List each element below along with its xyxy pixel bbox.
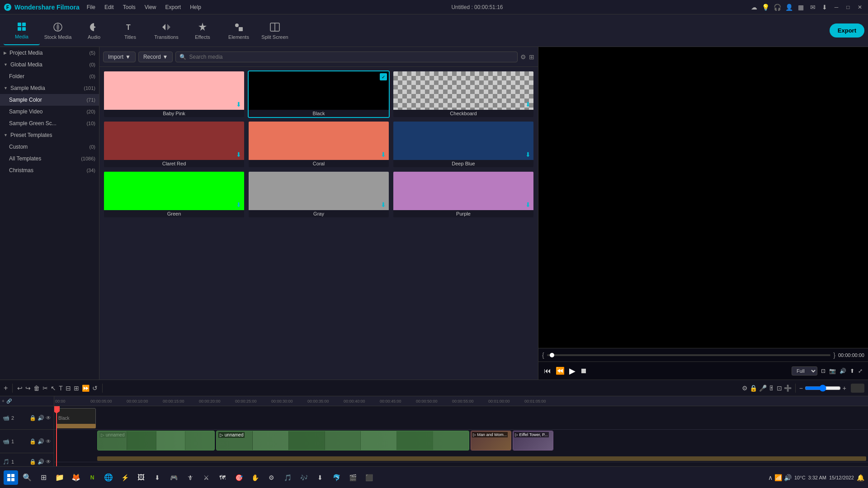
record-button[interactable]: Record ▼ <box>138 52 173 62</box>
photos-icon[interactable]: 🖼 <box>134 470 148 485</box>
link-icon[interactable]: 🔗 <box>6 399 12 404</box>
menu-file[interactable]: File <box>83 3 99 11</box>
tree-preset-templates[interactable]: ▼ Preset Templates <box>0 129 99 141</box>
split-clip-icon[interactable]: ⊡ <box>777 385 782 392</box>
import-button[interactable]: Import ▼ <box>103 52 136 62</box>
grid-toggle-icon[interactable]: ⊞ <box>529 53 534 61</box>
clock[interactable]: 3:32 AM <box>808 475 826 480</box>
media-card-checkboard[interactable]: ⬇ Checkboard <box>392 70 534 118</box>
screenshot-icon[interactable]: 📷 <box>829 368 836 374</box>
download-icon[interactable]: ⬇ <box>525 101 531 108</box>
zoom-select[interactable]: Full 50% 25% <box>792 366 817 375</box>
bracket-right-icon[interactable]: } <box>833 352 835 359</box>
toolbar-media[interactable]: Media <box>4 16 40 45</box>
text-tool-button[interactable]: T <box>59 385 63 392</box>
app-icon-4[interactable]: 🗡 <box>183 470 197 485</box>
explorer-icon[interactable]: 📁 <box>52 470 67 485</box>
delete-button[interactable]: 🗑 <box>33 385 40 392</box>
mail-icon[interactable]: ✉ <box>808 3 817 12</box>
cloud-icon[interactable]: ☁ <box>750 3 759 12</box>
media-card-coral[interactable]: ⬇ Coral <box>248 121 390 168</box>
volume-icon[interactable]: 🔊 <box>840 368 846 374</box>
tree-sample-color[interactable]: Sample Color (71) <box>0 94 99 106</box>
media-card-purple[interactable]: ⬇ Purple <box>392 171 534 218</box>
chevron-up-icon[interactable]: ∧ <box>768 474 773 481</box>
clip-man-woman[interactable]: ▷ Man and Wom... <box>471 431 511 450</box>
menu-edit[interactable]: Edit <box>101 3 118 11</box>
headset-icon[interactable]: 🎧 <box>773 3 782 12</box>
start-button[interactable] <box>4 470 18 485</box>
bracket-left-icon[interactable]: { <box>542 352 544 359</box>
eye-icon[interactable]: 👁 <box>46 415 51 421</box>
skip-back-button[interactable]: ⏮ <box>544 367 551 375</box>
download-icon[interactable]: ⬇ <box>381 151 386 158</box>
close-button[interactable]: ✕ <box>855 3 864 12</box>
grid-view-icon[interactable]: ▦ <box>797 3 806 12</box>
app-icon-1[interactable]: ⚡ <box>118 470 132 485</box>
app-icon-3[interactable]: 🎮 <box>166 470 181 485</box>
pointer-button[interactable]: ↖ <box>51 385 56 392</box>
settings-icon[interactable]: ⚙ <box>742 385 748 392</box>
app-icon-2[interactable]: ⬇ <box>150 470 165 485</box>
app-icon-13[interactable]: 🐬 <box>329 470 344 485</box>
app-icon-10[interactable]: 🎵 <box>280 470 295 485</box>
download-icon[interactable]: ⬇ <box>236 151 241 158</box>
taskview-button[interactable]: ⊞ <box>36 470 51 485</box>
media-card-claret-red[interactable]: ⬇ Claret Red <box>103 121 245 168</box>
download-icon[interactable]: ⬇ <box>236 101 241 108</box>
search-taskbar-button[interactable]: 🔍 <box>20 470 34 485</box>
mixer-icon[interactable]: 🎚 <box>769 385 775 392</box>
clip-unnamed-2[interactable]: ▷ unnamed <box>216 431 469 450</box>
clip-eiffel-tower[interactable]: ▷ Eiffel Tower, P... <box>513 431 553 450</box>
download-icon[interactable]: ⬇ <box>236 201 241 208</box>
maximize-button[interactable]: □ <box>844 3 853 12</box>
media-card-deep-blue[interactable]: ⬇ Deep Blue <box>392 121 534 168</box>
output-icon[interactable]: ⬆ <box>850 368 854 374</box>
tree-all-templates[interactable]: All Templates (1086) <box>0 153 99 164</box>
tree-sample-green[interactable]: Sample Green Sc... (10) <box>0 117 99 129</box>
tree-project-media[interactable]: ▶ Project Media (5) <box>0 47 99 59</box>
zoom-out-button[interactable]: − <box>799 385 803 392</box>
stabilize-button[interactable]: ↺ <box>92 385 98 392</box>
filter-icon[interactable]: ⚙ <box>520 53 526 61</box>
speed-button[interactable]: ⏩ <box>82 385 90 392</box>
eye-icon[interactable]: 👁 <box>46 459 51 465</box>
step-back-button[interactable]: ⏪ <box>556 366 565 375</box>
zoom-in-button[interactable]: + <box>843 385 846 392</box>
export-button[interactable]: Export <box>830 23 864 38</box>
crop-button[interactable]: ⊞ <box>74 385 79 392</box>
app-icon-11[interactable]: 🎶 <box>297 470 311 485</box>
speaker-icon[interactable]: 🔊 <box>784 474 792 481</box>
redo-button[interactable]: ↪ <box>25 385 31 392</box>
tree-christmas[interactable]: Christmas (34) <box>0 164 99 176</box>
tree-custom[interactable]: Custom (0) <box>0 141 99 153</box>
stretch-icon[interactable]: ⤢ <box>858 368 863 374</box>
play-button[interactable]: ▶ <box>569 366 576 376</box>
cut-button[interactable]: ✂ <box>42 385 48 392</box>
add-track-icon[interactable]: + <box>2 399 5 404</box>
menu-help[interactable]: Help <box>186 3 205 11</box>
media-card-gray[interactable]: ⬇ Gray <box>248 171 390 218</box>
app-icon-12[interactable]: ⬇ <box>313 470 327 485</box>
download-icon[interactable]: ⬇ <box>381 201 386 208</box>
tree-sample-media[interactable]: ▼ Sample Media (101) <box>0 82 99 94</box>
volume-icon[interactable]: 🔊 <box>38 459 44 465</box>
clip-unnamed-1[interactable]: ▷ unnamed <box>97 431 215 450</box>
toolbar-splitscreen[interactable]: Split Screen <box>257 16 293 45</box>
tree-global-media[interactable]: ▼ Global Media (0) <box>0 59 99 70</box>
app-icon-15[interactable]: ⬛ <box>362 470 376 485</box>
download-icon[interactable]: ⬇ <box>525 151 531 158</box>
lock-icon[interactable]: 🔒 <box>29 438 36 445</box>
menu-tools[interactable]: Tools <box>119 3 139 11</box>
app-icon-7[interactable]: 🎯 <box>231 470 246 485</box>
snap-icon[interactable]: 🔒 <box>750 385 757 392</box>
minimize-button[interactable]: ─ <box>832 3 841 12</box>
toolbar-transitions[interactable]: Transitions <box>148 16 184 45</box>
download-icon[interactable]: ⬇ <box>820 3 829 12</box>
stop-button[interactable]: ⏹ <box>580 367 587 375</box>
bulb-icon[interactable]: 💡 <box>761 3 770 12</box>
zoom-slider[interactable] <box>805 385 841 392</box>
tree-sample-video[interactable]: Sample Video (20) <box>0 106 99 117</box>
app-icon-9[interactable]: ⚙ <box>264 470 278 485</box>
app-icon-8[interactable]: ✋ <box>248 470 262 485</box>
